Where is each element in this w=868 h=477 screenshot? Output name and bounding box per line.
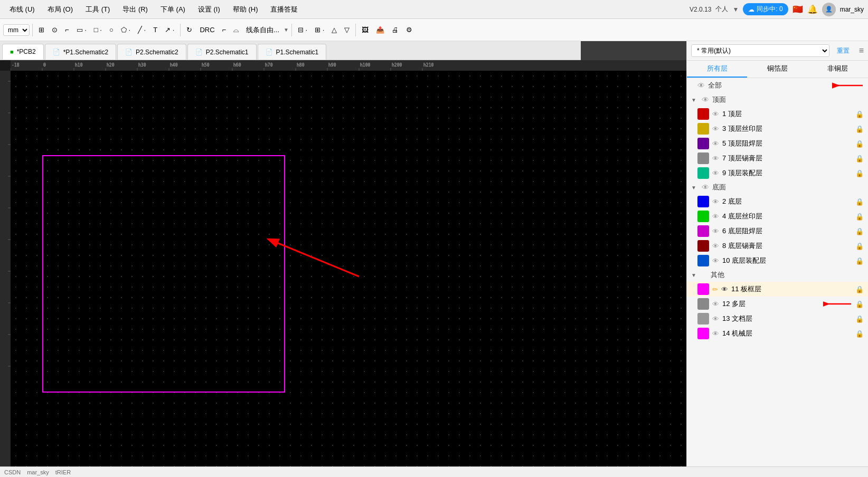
layer-4-lock[interactable]: 🔒 [855, 213, 864, 221]
tb-corner[interactable]: ⌐ [219, 24, 230, 36]
menu-export[interactable]: 导出 (R) [117, 3, 153, 16]
layer-14-eye[interactable]: 👁 [712, 330, 719, 338]
tab-schematic2[interactable]: 📄 *P1.Schematic2 [45, 44, 116, 60]
tb-angle[interactable]: ↗ · [162, 24, 177, 36]
tb-flip[interactable]: ↻ [183, 24, 195, 36]
menu-livestream[interactable]: 直播答疑 [265, 3, 303, 16]
layer-10[interactable]: 👁 10 底层装配层 🔒 [687, 253, 868, 268]
section-top-eye[interactable]: 👁 [702, 96, 709, 104]
layer-3-lock[interactable]: 🔒 [855, 125, 864, 133]
tb-rect-sel[interactable]: ▭ · [73, 24, 90, 36]
tab-p1schematic1[interactable]: 📄 P1.Schematic1 [258, 44, 327, 60]
layer-4[interactable]: 👁 4 底层丝印层 🔒 [687, 209, 868, 224]
tb-align[interactable]: ⊟ · [295, 24, 310, 36]
layer-12[interactable]: 👁 12 多层 🔒 [687, 297, 868, 311]
layer-tab-noncopper[interactable]: 非铜层 [808, 61, 868, 78]
panel-collapse-icon[interactable]: ≡ [859, 46, 864, 55]
tb-circle-cross[interactable]: ⊙ [49, 24, 61, 36]
tb-print[interactable]: 🖨 [389, 24, 402, 36]
tab-p2schematic2[interactable]: 📄 P2.Schematic2 [117, 44, 186, 60]
tb-settings[interactable]: ⚙ [403, 24, 416, 36]
layer-9[interactable]: 👁 9 顶层装配层 🔒 [687, 166, 868, 180]
menu-tools[interactable]: 工具 (T) [80, 3, 115, 16]
layer-13[interactable]: 👁 13 文档层 🔒 [687, 311, 868, 326]
layer-7-eye[interactable]: 👁 [712, 155, 719, 163]
tb-line[interactable]: ╱ · [135, 24, 149, 36]
layer-10-eye[interactable]: 👁 [712, 257, 719, 265]
layer-6-lock[interactable]: 🔒 [855, 227, 864, 235]
layer-9-lock[interactable]: 🔒 [855, 169, 864, 177]
canvas-area[interactable]: -18 0 h10 h20 h30 h40 h50 [0, 60, 686, 477]
layer-13-lock[interactable]: 🔒 [855, 315, 864, 323]
menu-help[interactable]: 帮助 (H) [228, 3, 263, 16]
section-all-eye[interactable]: 👁 [697, 81, 705, 90]
layer-6[interactable]: 👁 6 底层阻焊层 🔒 [687, 224, 868, 238]
tb-down[interactable]: ▽ [341, 24, 353, 36]
tb-distribute[interactable]: ⊞ · [312, 24, 327, 36]
layer-9-eye[interactable]: 👁 [712, 169, 719, 177]
menu-layout[interactable]: 布局 (O) [42, 3, 78, 16]
notification-bell[interactable]: 🔔 [807, 4, 818, 14]
layer-11[interactable]: ✏ 👁 11 板框层 🔒 [687, 282, 868, 297]
layer-2-lock[interactable]: 🔒 [855, 198, 864, 206]
layer-14[interactable]: 👁 14 机械层 🔒 [687, 326, 868, 341]
layer-6-eye[interactable]: 👁 [712, 227, 719, 235]
menu-order[interactable]: 下单 (A) [155, 3, 191, 16]
layer-tab-copper[interactable]: 铜箔层 [747, 61, 807, 78]
layer-3-eye[interactable]: 👁 [712, 125, 719, 133]
layer-10-lock[interactable]: 🔒 [855, 257, 864, 265]
layer-8-lock[interactable]: 🔒 [855, 242, 864, 250]
section-bottom[interactable]: ▼ 👁 底面 [687, 180, 868, 194]
layer-3[interactable]: 👁 3 顶层丝印层 🔒 [687, 121, 868, 136]
section-bottom-eye[interactable]: 👁 [702, 183, 709, 192]
tb-export[interactable]: 📤 [373, 24, 388, 36]
layer-8[interactable]: 👁 8 底层锡膏层 🔒 [687, 238, 868, 253]
menu-wiring[interactable]: 布线 (U) [4, 3, 40, 16]
layer-8-eye[interactable]: 👁 [712, 242, 719, 250]
layer-5-lock[interactable]: 🔒 [855, 140, 864, 148]
tb-rect[interactable]: □ · [91, 24, 105, 36]
layer-1-eye[interactable]: 👁 [712, 110, 719, 118]
layer-12-eye[interactable]: 👁 [712, 300, 719, 308]
layer-13-eye[interactable]: 👁 [712, 315, 719, 323]
tb-up[interactable]: △ [328, 24, 340, 36]
layer-1[interactable]: 👁 1 顶层 🔒 [687, 107, 868, 121]
canvas-viewport[interactable] [11, 71, 686, 469]
language-flag[interactable]: 🇨🇳 [792, 4, 803, 14]
tb-text[interactable]: T [150, 24, 161, 36]
layer-2-eye[interactable]: 👁 [712, 198, 719, 206]
freewire-dropdown[interactable]: ▼ [284, 27, 289, 33]
layer-5-eye[interactable]: 👁 [712, 140, 719, 148]
section-top[interactable]: ▼ 👁 顶面 [687, 93, 868, 107]
tb-polygon[interactable]: ⬠ · [118, 24, 134, 36]
section-all[interactable]: 👁 全部 [687, 78, 868, 93]
layer-5[interactable]: 👁 5 顶层阻焊层 🔒 [687, 136, 868, 151]
unit-selector[interactable]: mm mil [3, 24, 30, 36]
reset-button[interactable]: 重置 [834, 45, 853, 56]
tb-drc[interactable]: DRC [196, 24, 218, 36]
menu-settings[interactable]: 设置 (I) [193, 3, 225, 16]
tb-via[interactable]: ⌓ [230, 24, 242, 36]
avatar[interactable]: 👤 [822, 3, 836, 16]
tb-wire[interactable]: ⌐ [62, 24, 72, 36]
layer-14-lock[interactable]: 🔒 [855, 330, 864, 338]
tab-p2schematic1[interactable]: 📄 P2.Schematic1 [187, 44, 257, 60]
tb-ellipse[interactable]: ○ [106, 24, 117, 36]
layer-4-eye[interactable]: 👁 [712, 213, 719, 221]
sync-button[interactable]: ☁ 同步中: 0 [743, 3, 788, 15]
mode-dropdown[interactable]: ▼ [732, 6, 739, 13]
layer-7[interactable]: 👁 7 顶层锡膏层 🔒 [687, 151, 868, 166]
preset-selector[interactable]: * 常用(默认) [691, 44, 829, 57]
section-other[interactable]: ▼ 其他 [687, 268, 868, 282]
layer-7-lock[interactable]: 🔒 [855, 155, 864, 163]
tb-grid[interactable]: ⊞ [35, 24, 48, 36]
tb-save-img[interactable]: 🖼 [358, 24, 372, 36]
layer-11-edit[interactable]: ✏ [712, 285, 718, 293]
layer-11-eye[interactable]: 👁 [721, 285, 728, 293]
layer-2[interactable]: 👁 2 底层 🔒 [687, 194, 868, 209]
layer-12-lock[interactable]: 🔒 [855, 300, 864, 308]
layer-1-lock[interactable]: 🔒 [855, 110, 864, 118]
layer-tab-all[interactable]: 所有层 [687, 61, 747, 78]
tab-pcb2[interactable]: ■ *PCB2 [2, 44, 44, 60]
tb-freewire[interactable]: 线条自由... [243, 23, 282, 37]
